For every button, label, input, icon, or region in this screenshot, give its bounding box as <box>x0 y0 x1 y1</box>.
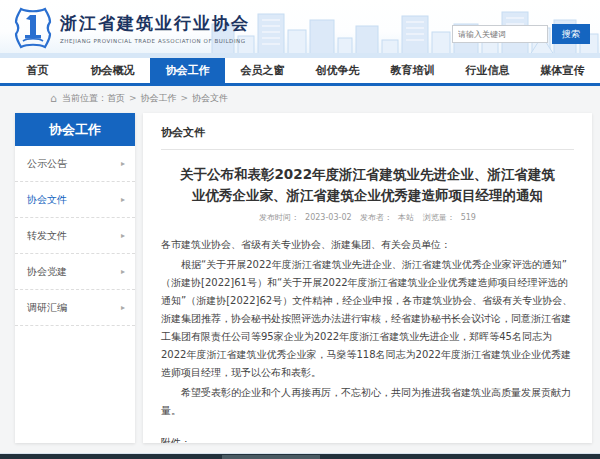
salutation: 各市建筑业协会、省级有关专业协会、浙建集团、有关会员单位： <box>161 236 574 254</box>
breadcrumb-label: 当前位置： <box>62 92 107 105</box>
nav-item-home[interactable]: 首页 <box>0 58 75 83</box>
nav-item-industry-info[interactable]: 行业信息 <box>450 58 525 83</box>
sidebar-item-forwarded-docs[interactable]: 转发文件 ▸ <box>15 218 135 254</box>
publisher: 本站 <box>398 213 414 222</box>
page: 浙江省建筑业行业协会 ZHEJIANG PROVINCIAL TRADE ASS… <box>0 0 600 459</box>
sidebar-title: 协会工作 <box>15 113 135 146</box>
nav-item-training[interactable]: 教育培训 <box>375 58 450 83</box>
bottom-scrollbar-track[interactable] <box>0 453 600 459</box>
association-logo-icon <box>14 7 52 49</box>
search-box: 搜索 <box>452 24 590 44</box>
site-header: 浙江省建筑业行业协会 ZHEJIANG PROVINCIAL TRADE ASS… <box>0 0 600 58</box>
chevron-right-icon: ▸ <box>121 159 125 168</box>
main-panel: 协会文件 关于公布和表彰2022年度浙江省建筑业先进企业、浙江省建筑业优秀企业家… <box>143 113 592 443</box>
chevron-right-icon: ▸ <box>121 231 125 240</box>
breadcrumb: ⌂ 当前位置： 首页 > 协会工作 > 协会文件 <box>0 86 600 110</box>
main-nav: 首页 协会概况 协会工作 会员之窗 创优争先 教育培训 行业信息 媒体宣传 <box>0 58 600 86</box>
sidebar-item-party-building[interactable]: 协会党建 ▸ <box>15 254 135 290</box>
nav-item-about[interactable]: 协会概况 <box>75 58 150 83</box>
sidebar: 协会工作 公示公告 ▸ 协会文件 ▸ 转发文件 ▸ 协会党建 ▸ 调研汇编 ▸ <box>15 113 135 443</box>
nav-item-members[interactable]: 会员之窗 <box>225 58 300 83</box>
logo-text: 浙江省建筑业行业协会 ZHEJIANG PROVINCIAL TRADE ASS… <box>60 12 250 44</box>
attachments-label: 附件： <box>161 434 574 443</box>
chevron-right-icon: ▸ <box>121 195 125 204</box>
breadcrumb-separator: > <box>129 93 137 103</box>
content-area: 协会工作 公示公告 ▸ 协会文件 ▸ 转发文件 ▸ 协会党建 ▸ 调研汇编 ▸ <box>0 110 600 443</box>
article-title: 关于公布和表彰2022年度浙江省建筑业先进企业、浙江省建筑业优秀企业家、浙江省建… <box>175 164 560 206</box>
search-button[interactable]: 搜索 <box>552 24 590 44</box>
sidebar-item-label: 协会党建 <box>27 265 67 279</box>
site-logo[interactable]: 浙江省建筑业行业协会 ZHEJIANG PROVINCIAL TRADE ASS… <box>14 7 250 49</box>
sidebar-item-research[interactable]: 调研汇编 ▸ <box>15 290 135 326</box>
search-input[interactable] <box>452 25 548 43</box>
breadcrumb-item-association-docs[interactable]: 协会文件 <box>192 92 228 105</box>
sidebar-item-label: 调研汇编 <box>27 301 67 315</box>
chevron-right-icon: ▸ <box>121 303 125 312</box>
views-label: 浏览量： <box>423 213 455 222</box>
nav-item-excellence[interactable]: 创优争先 <box>300 58 375 83</box>
section-title: 协会文件 <box>161 125 574 150</box>
publish-time-label: 发布时间： <box>259 213 299 222</box>
site-title: 浙江省建筑业行业协会 <box>60 12 250 35</box>
sidebar-item-label: 协会文件 <box>27 193 67 207</box>
sidebar-item-notices[interactable]: 公示公告 ▸ <box>15 146 135 182</box>
sidebar-item-label: 公示公告 <box>27 157 67 171</box>
body-paragraph-2: 希望受表彰的企业和个人再接再厉，不忘初心，共同为推进我省建筑业高质量发展贡献力量… <box>161 384 574 420</box>
publisher-label: 发布者： <box>360 213 392 222</box>
nav-item-media[interactable]: 媒体宣传 <box>525 58 600 83</box>
home-icon: ⌂ <box>50 93 57 104</box>
article-meta: 发布时间：2023-03-02 发布者：本站 浏览量：519 <box>161 212 574 223</box>
article-body: 各市建筑业协会、省级有关专业协会、浙建集团、有关会员单位： 根据“关于开展202… <box>161 236 574 443</box>
views-count: 519 <box>461 213 476 222</box>
chevron-right-icon: ▸ <box>121 267 125 276</box>
scrollbar-thumb[interactable] <box>222 455 320 459</box>
breadcrumb-item-home[interactable]: 首页 <box>107 92 125 105</box>
site-subtitle: ZHEJIANG PROVINCIAL TRADE ASSOCIATION OF… <box>60 38 250 44</box>
sidebar-item-label: 转发文件 <box>27 229 67 243</box>
body-paragraph-1: 根据“关于开展2022年度浙江省建筑业先进企业、浙江省建筑业优秀企业家评选的通知… <box>161 256 574 382</box>
breadcrumb-separator: > <box>181 93 189 103</box>
sidebar-item-association-docs[interactable]: 协会文件 ▸ <box>15 182 135 218</box>
header-bottom-strip <box>0 53 600 58</box>
publish-time: 2023-03-02 <box>305 213 352 222</box>
nav-item-association-work[interactable]: 协会工作 <box>150 58 225 83</box>
breadcrumb-item-association-work[interactable]: 协会工作 <box>141 92 177 105</box>
